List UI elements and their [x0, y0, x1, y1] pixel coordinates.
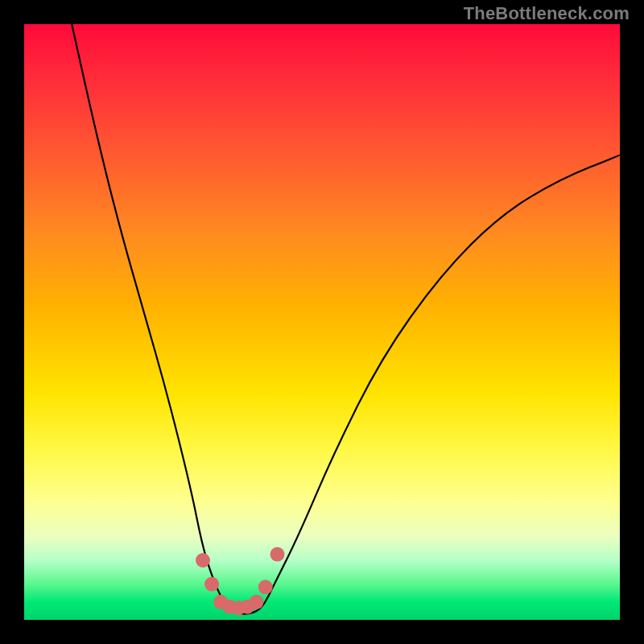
- highlight-dot: [270, 547, 285, 562]
- highlight-dot: [196, 553, 210, 568]
- plot-area: [24, 24, 620, 620]
- chart-frame: TheBottleneck.com: [0, 0, 644, 644]
- bottleneck-curve-svg: [24, 24, 620, 620]
- highlight-dot: [250, 595, 264, 609]
- highlight-dot: [258, 580, 273, 594]
- watermark-text: TheBottleneck.com: [464, 3, 630, 24]
- highlight-dot: [204, 577, 219, 592]
- highlight-dots-group: [196, 547, 285, 616]
- bottleneck-curve: [72, 24, 620, 614]
